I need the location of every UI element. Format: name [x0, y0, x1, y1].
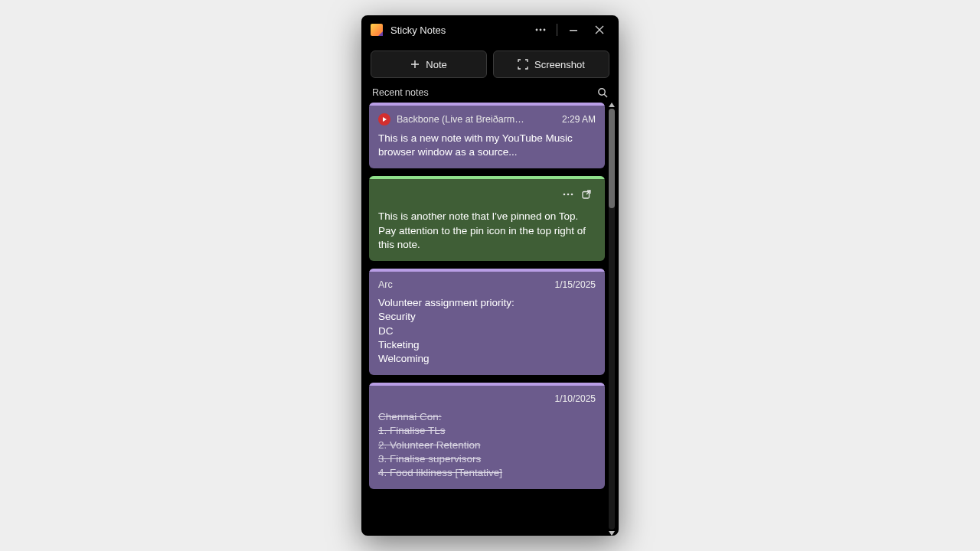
titlebar-separator: [557, 24, 557, 36]
note-line: Welcoming: [378, 352, 596, 366]
screenshot-icon: [518, 59, 528, 70]
section-header: Recent notes: [361, 86, 619, 103]
note-body: This is another note that I've pinned on…: [369, 207, 605, 261]
note-line: 3. Finalise supervisors: [378, 452, 596, 466]
search-icon[interactable]: [597, 87, 608, 98]
note-body: Chennai Con: 1. Finalise TLs 2. Voluntee…: [369, 407, 605, 489]
more-button[interactable]: [528, 18, 554, 41]
action-row: Note Screenshot: [361, 44, 619, 86]
svg-point-1: [540, 29, 542, 31]
note-line: Chennai Con:: [378, 410, 596, 424]
recent-notes-label: Recent notes: [372, 87, 429, 98]
note-body: Volunteer assignment priority: Security …: [369, 293, 605, 375]
note-source-title: Arc: [378, 279, 393, 290]
screenshot-label: Screenshot: [534, 59, 585, 70]
note-time: 1/15/2025: [555, 279, 596, 290]
svg-marker-5: [383, 117, 387, 122]
note-line: DC: [378, 324, 596, 338]
note-time: 1/10/2025: [555, 393, 596, 404]
note-body: This is a new note with my YouTube Music…: [369, 129, 605, 168]
window-title: Sticky Notes: [390, 24, 446, 36]
app-icon: [371, 24, 383, 36]
note-line: 2. Volunteer Retention: [378, 439, 596, 452]
scrollbar-thumb[interactable]: [609, 109, 615, 208]
svg-point-0: [536, 29, 538, 31]
svg-point-6: [564, 194, 566, 196]
scroll-up-icon[interactable]: [609, 103, 615, 107]
note-time: 2:29 AM: [562, 114, 596, 125]
svg-point-8: [571, 194, 573, 196]
scroll-down-icon[interactable]: [609, 531, 615, 536]
scrollbar[interactable]: [608, 103, 616, 536]
svg-point-4: [599, 89, 605, 95]
scrollbar-track[interactable]: [609, 109, 615, 530]
note-line: Security: [378, 310, 596, 324]
new-note-button[interactable]: Note: [371, 51, 487, 78]
youtube-music-icon: [378, 113, 390, 126]
note-card[interactable]: Backbone (Live at Breiðarmerk... 2:29 AM…: [369, 103, 605, 168]
titlebar: Sticky Notes: [361, 15, 619, 44]
svg-rect-3: [570, 30, 577, 31]
note-more-icon[interactable]: [559, 185, 577, 204]
notes-list: Backbone (Live at Breiðarmerk... 2:29 AM…: [369, 103, 605, 536]
note-line: Volunteer assignment priority:: [378, 296, 596, 310]
svg-point-2: [544, 29, 546, 31]
svg-point-7: [567, 194, 570, 196]
note-card[interactable]: 1/10/2025 Chennai Con: 1. Finalise TLs 2…: [369, 383, 605, 489]
new-note-label: Note: [426, 59, 446, 70]
plus-icon: [410, 60, 420, 69]
note-line: Ticketing: [378, 338, 596, 352]
note-line: 4. Food likliness [Tentative]: [378, 466, 596, 480]
note-line: 1. Finalise TLs: [378, 424, 596, 438]
sticky-notes-window: Sticky Notes Note Screenshot: [361, 15, 619, 536]
minimize-button[interactable]: [560, 18, 586, 41]
note-card[interactable]: Arc 1/15/2025 Volunteer assignment prior…: [369, 269, 605, 375]
screenshot-button[interactable]: Screenshot: [493, 51, 609, 78]
close-button[interactable]: [586, 18, 612, 41]
note-source-title: Backbone (Live at Breiðarmerk...: [397, 114, 527, 125]
open-note-icon[interactable]: [577, 185, 596, 204]
note-card[interactable]: This is another note that I've pinned on…: [369, 176, 605, 261]
